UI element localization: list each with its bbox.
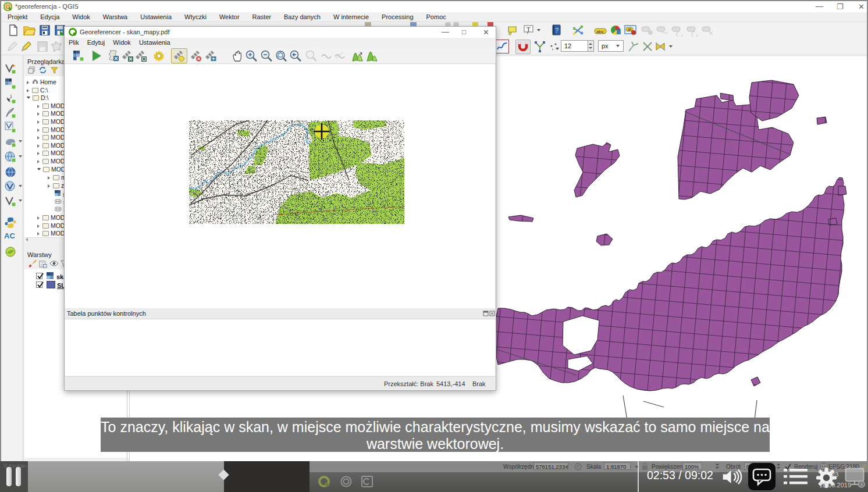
svg-text:T: T — [527, 26, 531, 33]
svg-text:abc: abc — [596, 29, 604, 34]
svg-text:?: ? — [555, 27, 558, 34]
svg-text:4: 4 — [860, 482, 863, 487]
svg-text:ab: ab — [628, 27, 632, 31]
